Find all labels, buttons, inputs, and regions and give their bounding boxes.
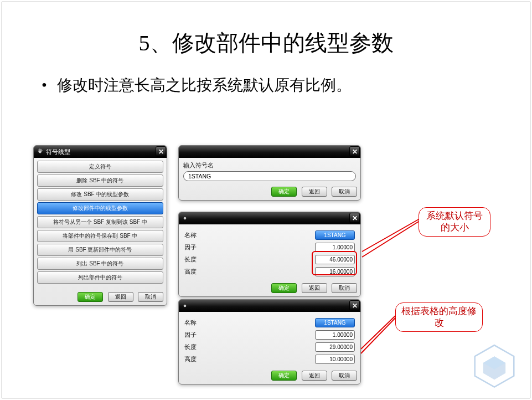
callout-default-size: 系统默认符号的大小: [419, 207, 490, 237]
cancel-button[interactable]: 取消: [332, 371, 357, 381]
param-height-label: 高度: [184, 355, 218, 363]
callout-tail-2: [360, 310, 399, 355]
param-name-value[interactable]: 1STANG: [315, 230, 355, 240]
dialog-input-symbol-name: ✕ 输入符号名 1STANG 确定 返回 取消: [178, 145, 361, 201]
close-icon[interactable]: ✕: [349, 213, 360, 223]
ok-button[interactable]: 确定: [78, 292, 103, 302]
menu-modify-part-params[interactable]: 修改部件中的线型参数: [37, 202, 163, 214]
param-length-label: 长度: [184, 343, 218, 351]
menu-delete-sbf-symbol[interactable]: 删除 SBF 中的符号: [37, 175, 163, 187]
menu-save-symbol-to-sbf[interactable]: 将部件中的符号保存到 SBF 中: [37, 230, 163, 242]
back-button[interactable]: 返回: [302, 283, 327, 293]
dialog4-titlebar[interactable]: ✕: [179, 300, 360, 312]
menu-update-part-from-sbf[interactable]: 用 SBF 更新部件中的符号: [37, 244, 163, 256]
page-title: 5、修改部件中的线型参数: [0, 28, 532, 58]
param-factor-value[interactable]: 1.00000: [315, 243, 355, 252]
symbol-name-label: 输入符号名: [183, 161, 356, 170]
svg-point-2: [184, 305, 187, 307]
dialog-params-modified: ✕ 名称 1STANG 因子 1.00000 长度 29.00000 高度 10…: [178, 299, 361, 384]
param-name-label: 名称: [184, 231, 218, 239]
dialog3-titlebar[interactable]: ✕: [179, 212, 360, 224]
bullet-text: 修改时注意长高之比按系统默认原有比例。: [57, 75, 352, 96]
close-icon[interactable]: ✕: [349, 146, 360, 157]
gear-icon: [36, 148, 44, 156]
param-length-label: 长度: [184, 255, 218, 264]
callout-modified-height: 根据表格的高度修改: [395, 302, 483, 332]
svg-point-1: [184, 217, 187, 220]
ok-button[interactable]: 确定: [271, 283, 297, 293]
param-factor-label: 因子: [184, 331, 218, 339]
param-length-value[interactable]: 46.00000: [315, 255, 355, 264]
cancel-button[interactable]: 取消: [138, 292, 163, 302]
dialog2-titlebar[interactable]: ✕: [179, 146, 360, 158]
callout-tail-1: [361, 211, 422, 260]
bullet-note: 修改时注意长高之比按系统默认原有比例。: [42, 75, 532, 96]
logo-watermark: [469, 342, 520, 389]
param-length-value[interactable]: 29.00000: [315, 342, 355, 352]
gear-icon: [181, 302, 189, 310]
cancel-button[interactable]: 取消: [332, 283, 357, 293]
close-icon[interactable]: ✕: [349, 300, 360, 311]
param-height-value[interactable]: 10.00000: [315, 355, 355, 364]
param-factor-value[interactable]: 1.00000: [315, 330, 355, 340]
gear-icon: [181, 214, 189, 222]
back-button[interactable]: 返回: [302, 187, 327, 197]
ok-button[interactable]: 确定: [271, 371, 297, 381]
menu-list-sbf-symbols[interactable]: 列出 SBF 中的符号: [37, 258, 163, 270]
param-name-label: 名称: [184, 319, 218, 327]
param-height-value[interactable]: 16.00000: [315, 267, 355, 276]
menu-copy-symbol[interactable]: 将符号从另一个 SBF 复制到该 SBF 中: [37, 216, 163, 228]
symbol-name-input[interactable]: 1STANG: [183, 171, 356, 181]
menu-list-part-symbols[interactable]: 列出部件中的符号: [37, 271, 163, 284]
param-factor-label: 因子: [184, 243, 218, 252]
ok-button[interactable]: 确定: [271, 187, 297, 197]
cancel-button[interactable]: 取消: [332, 187, 357, 197]
back-button[interactable]: 返回: [302, 371, 327, 381]
dialog-symbol-linetype: 符号线型 ✕ 定义符号 删除 SBF 中的符号 修改 SBF 中的线型参数 修改…: [33, 145, 167, 306]
back-button[interactable]: 返回: [108, 292, 133, 302]
param-name-value[interactable]: 1STANG: [315, 318, 355, 327]
menu-modify-sbf-params[interactable]: 修改 SBF 中的线型参数: [37, 188, 163, 201]
dialog1-title-text: 符号线型: [46, 148, 70, 156]
param-height-label: 高度: [184, 268, 218, 276]
dialog-params-default: ✕ 名称 1STANG 因子 1.00000 长度 46.00000 高度 16…: [178, 212, 361, 297]
close-icon[interactable]: ✕: [156, 146, 166, 157]
menu-define-symbol[interactable]: 定义符号: [37, 161, 163, 173]
dialog1-titlebar[interactable]: 符号线型 ✕: [34, 146, 167, 158]
